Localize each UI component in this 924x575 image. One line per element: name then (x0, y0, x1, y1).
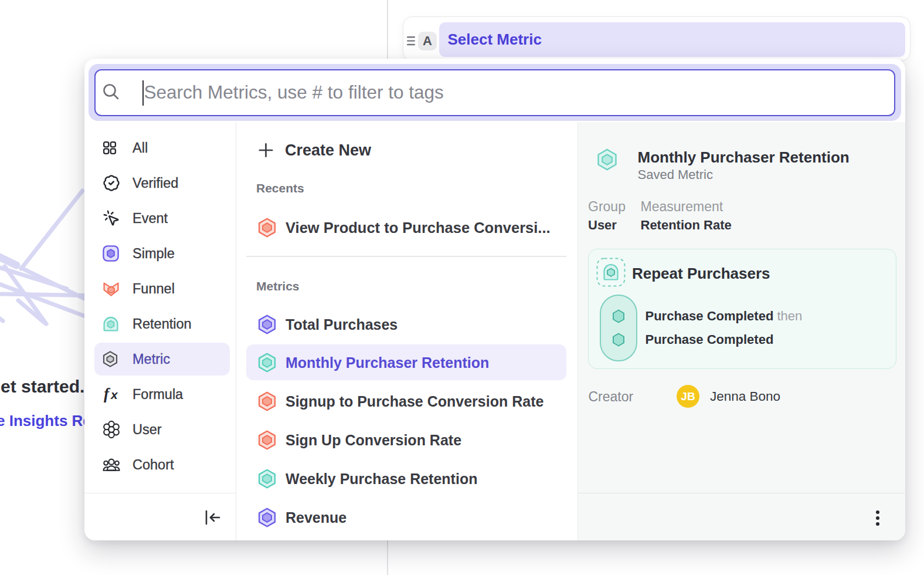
svg-text:f: f (104, 385, 111, 402)
svg-text:x: x (110, 388, 118, 401)
